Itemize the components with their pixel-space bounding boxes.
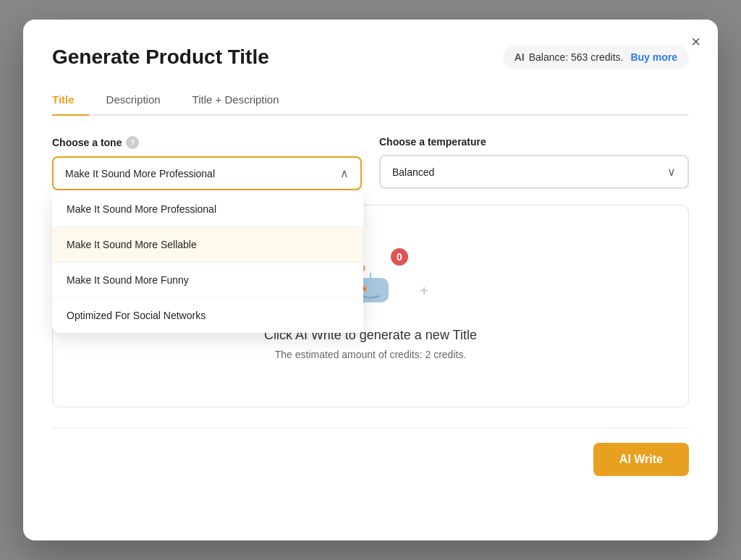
tone-group: Choose a tone ? Make It Sound More Profe… <box>52 136 362 190</box>
help-icon[interactable]: ? <box>126 136 139 149</box>
temperature-label-text: Choose a temperature <box>379 136 486 148</box>
tab-title-description[interactable]: Title + Description <box>192 86 294 116</box>
tone-option-funny[interactable]: Make It Sound More Funny <box>52 263 363 298</box>
temperature-select[interactable]: Balanced ∨ <box>379 155 689 189</box>
tone-label: Choose a tone ? <box>52 136 362 149</box>
tone-dropdown: Make It Sound More Professional Make It … <box>52 192 363 333</box>
credits-estimate-text: The estimated amount of credits: 2 credi… <box>275 349 467 360</box>
close-button[interactable]: × <box>691 34 700 50</box>
tone-selected-value: Make It Sound More Professional <box>65 168 215 179</box>
buy-more-link[interactable]: Buy more <box>630 51 677 63</box>
temperature-group: Choose a temperature Balanced ∨ <box>379 136 689 190</box>
ai-icon: AI <box>515 51 525 63</box>
tone-option-social[interactable]: Optimized For Social Networks <box>52 298 363 333</box>
tone-label-text: Choose a tone <box>52 137 122 148</box>
temperature-label: Choose a temperature <box>379 136 689 148</box>
balance-badge: AI Balance: 563 credits. Buy more <box>503 46 689 69</box>
plus-icon: + <box>420 283 428 300</box>
tone-option-sellable[interactable]: Make It Sound More Sellable <box>52 227 363 263</box>
tab-description[interactable]: Description <box>106 86 175 116</box>
badge-count: 0 <box>389 247 410 267</box>
modal-footer: AI Write <box>52 428 689 476</box>
modal-dialog: × Generate Product Title AI Balance: 563… <box>23 20 718 540</box>
tone-select[interactable]: Make It Sound More Professional ∧ <box>52 156 362 190</box>
modal-header: Generate Product Title AI Balance: 563 c… <box>52 46 689 69</box>
modal-overlay: × Generate Product Title AI Balance: 563… <box>0 0 741 560</box>
modal-title: Generate Product Title <box>52 46 269 69</box>
tone-chevron-icon: ∧ <box>340 166 349 180</box>
temperature-chevron-icon: ∨ <box>667 165 676 179</box>
tone-option-professional[interactable]: Make It Sound More Professional <box>52 192 363 227</box>
temperature-selected-value: Balanced <box>392 166 434 178</box>
ai-write-button[interactable]: AI Write <box>593 443 689 476</box>
balance-text: Balance: 563 credits. <box>529 51 624 63</box>
tabs-container: Title Description Title + Description <box>52 86 689 116</box>
tab-title[interactable]: Title <box>52 86 89 116</box>
form-row: Choose a tone ? Make It Sound More Profe… <box>52 136 689 190</box>
